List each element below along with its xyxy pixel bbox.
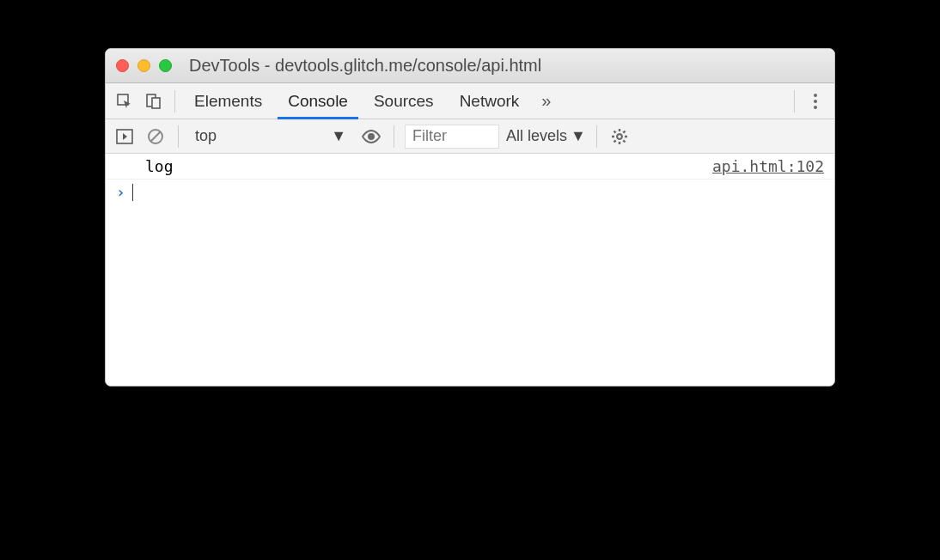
svg-line-12 xyxy=(623,140,625,142)
execution-context-select[interactable]: top ▼ xyxy=(189,125,352,148)
prompt-chevron-icon: › xyxy=(116,183,125,201)
log-source-link[interactable]: api.html:102 xyxy=(712,157,824,175)
clear-console-icon[interactable] xyxy=(143,125,168,149)
console-settings-icon[interactable] xyxy=(607,125,632,149)
toggle-sidebar-icon[interactable] xyxy=(113,125,137,149)
levels-label: All levels xyxy=(506,127,567,145)
minimize-window-button[interactable] xyxy=(137,59,150,72)
console-log-entry: log api.html:102 xyxy=(106,154,834,180)
inspect-element-icon[interactable] xyxy=(113,89,137,113)
chevron-down-icon: ▼ xyxy=(331,127,346,145)
console-filterbar: top ▼ All levels ▼ xyxy=(106,119,834,154)
tab-network[interactable]: Network xyxy=(449,83,530,119)
settings-menu-button[interactable] xyxy=(803,94,827,109)
svg-line-5 xyxy=(151,131,161,141)
svg-line-13 xyxy=(613,140,615,142)
tab-sources[interactable]: Sources xyxy=(363,83,444,119)
svg-line-14 xyxy=(623,131,625,132)
divider xyxy=(794,90,795,113)
context-label: top xyxy=(195,127,217,145)
live-expression-icon[interactable] xyxy=(359,125,383,149)
svg-point-6 xyxy=(368,133,375,140)
divider xyxy=(174,90,175,113)
device-toggle-icon[interactable] xyxy=(142,89,166,113)
log-levels-select[interactable]: All levels ▼ xyxy=(506,127,586,145)
tab-elements[interactable]: Elements xyxy=(184,83,272,119)
close-window-button[interactable] xyxy=(116,59,129,72)
maximize-window-button[interactable] xyxy=(159,59,172,72)
titlebar: DevTools - devtools.glitch.me/console/ap… xyxy=(106,49,834,83)
svg-rect-2 xyxy=(152,98,160,108)
chevron-down-icon: ▼ xyxy=(571,127,586,145)
divider xyxy=(596,125,597,148)
divider xyxy=(394,125,394,148)
text-cursor xyxy=(132,184,133,201)
divider xyxy=(178,125,179,148)
filter-input[interactable] xyxy=(405,125,499,149)
window-title: DevTools - devtools.glitch.me/console/ap… xyxy=(184,56,824,76)
console-prompt[interactable]: › xyxy=(106,180,834,204)
tabs-overflow-button[interactable]: » xyxy=(534,91,558,111)
window-controls xyxy=(116,59,172,72)
devtools-window: DevTools - devtools.glitch.me/console/ap… xyxy=(105,48,835,387)
svg-line-11 xyxy=(613,131,615,132)
console-output: log api.html:102 › xyxy=(106,154,834,386)
log-message: log xyxy=(145,157,174,175)
main-toolbar: Elements Console Sources Network » xyxy=(106,83,834,119)
tab-console[interactable]: Console xyxy=(278,83,358,119)
